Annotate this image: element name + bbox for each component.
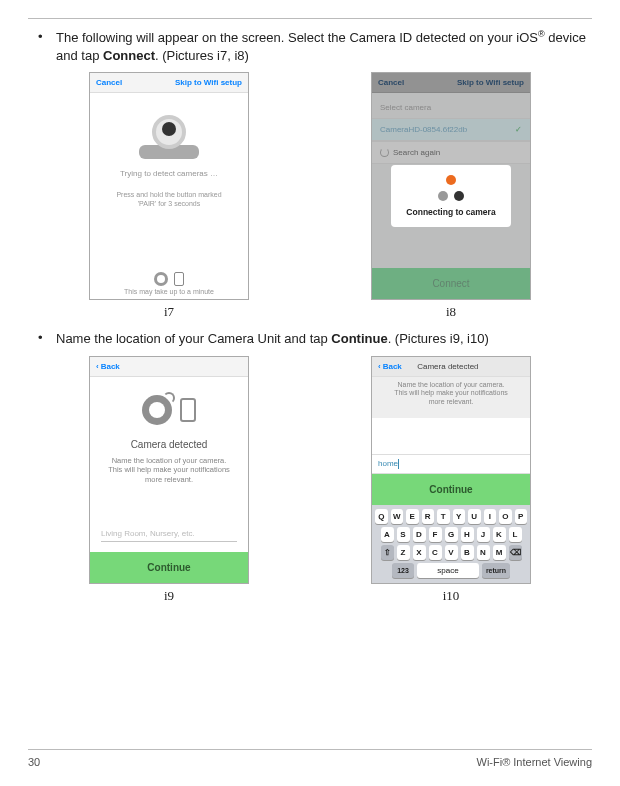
key-X[interactable]: X	[413, 545, 426, 560]
key-T[interactable]: T	[437, 509, 450, 524]
phone-screen-i10: ‹ Back Camera detected Name the location…	[371, 356, 531, 584]
return-key[interactable]: return	[482, 563, 510, 578]
space-key[interactable]: space	[417, 563, 479, 578]
keyboard-row-1: QWERTYUIOP	[375, 509, 527, 524]
key-D[interactable]: D	[413, 527, 426, 542]
page-footer: 30 Wi-Fi® Internet Viewing	[28, 749, 592, 768]
footer-text: This may take up to a minute	[124, 288, 214, 295]
bullet-text: The following will appear on the screen.…	[56, 29, 592, 64]
bullet-item: Name the location of your Camera Unit an…	[28, 330, 592, 348]
text-bold: Connect	[103, 48, 155, 63]
bullet-marker	[38, 29, 56, 64]
key-K[interactable]: K	[493, 527, 506, 542]
text: The following will appear on the screen.…	[56, 30, 538, 45]
loading-icon	[438, 175, 464, 201]
text: . (Pictures i7, i8)	[155, 48, 249, 63]
location-input[interactable]: Living Room, Nursery, etc.	[101, 526, 237, 542]
phone-icon	[180, 398, 196, 422]
modal-overlay: Connecting to camera	[372, 93, 530, 299]
chevron-left-icon: ‹	[96, 362, 99, 371]
key-Q[interactable]: Q	[375, 509, 388, 524]
key-S[interactable]: S	[397, 527, 410, 542]
connecting-dialog: Connecting to camera	[391, 165, 511, 227]
chevron-left-icon: ‹	[378, 362, 381, 371]
cancel-button[interactable]: Cancel	[96, 78, 122, 87]
numbers-key[interactable]: 123	[392, 563, 414, 578]
phone-icon	[174, 272, 184, 286]
key-U[interactable]: U	[468, 509, 481, 524]
key-R[interactable]: R	[422, 509, 435, 524]
continue-button[interactable]: Continue	[372, 474, 530, 505]
header-area: Name the location of your camera. This w…	[372, 377, 530, 418]
key-C[interactable]: C	[429, 545, 442, 560]
key-I[interactable]: I	[484, 509, 497, 524]
camera-phone-illustration	[142, 395, 196, 425]
navbar: Cancel Skip to Wifi setup	[372, 73, 530, 93]
footer-icons	[154, 272, 184, 286]
text: . (Pictures i9, i10)	[388, 331, 489, 346]
key-A[interactable]: A	[381, 527, 394, 542]
caption: i7	[164, 304, 174, 320]
key-M[interactable]: M	[493, 545, 506, 560]
key-H[interactable]: H	[461, 527, 474, 542]
figure-i9: ‹ Back Camera detected Name the location…	[89, 356, 249, 604]
key-F[interactable]: F	[429, 527, 442, 542]
section-title: Wi-Fi® Internet Viewing	[477, 756, 593, 768]
figure-i7: Cancel Skip to Wifi setup Trying to dete…	[89, 72, 249, 320]
on-screen-keyboard[interactable]: QWERTYUIOP ASDFGHJKL ⇧ZXCVBNM⌫ 123 space…	[372, 505, 530, 583]
key-Z[interactable]: Z	[397, 545, 410, 560]
caption: i9	[164, 588, 174, 604]
camera-icon	[142, 395, 172, 425]
key-⌫[interactable]: ⌫	[509, 545, 522, 560]
key-W[interactable]: W	[391, 509, 404, 524]
keyboard-row-2: ASDFGHJKL	[375, 527, 527, 542]
text-bold: Continue	[331, 331, 387, 346]
camera-icon	[154, 272, 168, 286]
help-text: Press and hold the button marked'PAIR' f…	[116, 190, 221, 208]
key-Y[interactable]: Y	[453, 509, 466, 524]
continue-button[interactable]: Continue	[90, 552, 248, 583]
key-V[interactable]: V	[445, 545, 458, 560]
page-number: 30	[28, 756, 40, 768]
key-B[interactable]: B	[461, 545, 474, 560]
heading: Camera detected	[131, 439, 208, 450]
sub-text: Name the location of your camera. This w…	[378, 381, 524, 412]
key-J[interactable]: J	[477, 527, 490, 542]
keyboard-row-3: ⇧ZXCVBNM⌫	[375, 545, 527, 560]
figure-row: Cancel Skip to Wifi setup Trying to dete…	[28, 72, 592, 320]
status-text: Trying to detect cameras …	[120, 169, 218, 178]
phone-screen-i7: Cancel Skip to Wifi setup Trying to dete…	[89, 72, 249, 300]
key-G[interactable]: G	[445, 527, 458, 542]
bullet-item: The following will appear on the screen.…	[28, 29, 592, 64]
skip-link[interactable]: Skip to Wifi setup	[175, 78, 242, 87]
phone-screen-i9: ‹ Back Camera detected Name the location…	[89, 356, 249, 584]
registered-mark: ®	[538, 29, 545, 39]
cancel-button[interactable]: Cancel	[378, 78, 404, 87]
back-button[interactable]: ‹ Back	[96, 362, 120, 371]
key-E[interactable]: E	[406, 509, 419, 524]
navbar: ‹ Back Camera detected	[372, 357, 530, 377]
bullet-marker	[38, 330, 56, 348]
keyboard-row-4: 123 space return	[375, 563, 527, 578]
navbar-title: Camera detected	[417, 362, 478, 371]
figure-row: ‹ Back Camera detected Name the location…	[28, 356, 592, 604]
dialog-text: Connecting to camera	[406, 207, 495, 217]
navbar: Cancel Skip to Wifi setup	[90, 73, 248, 93]
key-L[interactable]: L	[509, 527, 522, 542]
back-button[interactable]: ‹ Back	[378, 362, 402, 371]
phone-screen-i8: Cancel Skip to Wifi setup Select camera …	[371, 72, 531, 300]
location-input[interactable]: home	[372, 454, 530, 474]
caption: i10	[443, 588, 460, 604]
skip-link[interactable]: Skip to Wifi setup	[457, 78, 524, 87]
key-N[interactable]: N	[477, 545, 490, 560]
navbar: ‹ Back	[90, 357, 248, 377]
key-P[interactable]: P	[515, 509, 528, 524]
sub-text: Name the location of your camera. This w…	[90, 456, 248, 485]
figure-i8: Cancel Skip to Wifi setup Select camera …	[371, 72, 531, 320]
figure-i10: ‹ Back Camera detected Name the location…	[371, 356, 531, 604]
bullet-text: Name the location of your Camera Unit an…	[56, 330, 489, 348]
key-O[interactable]: O	[499, 509, 512, 524]
camera-illustration	[134, 111, 204, 159]
key-⇧[interactable]: ⇧	[381, 545, 394, 560]
caption: i8	[446, 304, 456, 320]
